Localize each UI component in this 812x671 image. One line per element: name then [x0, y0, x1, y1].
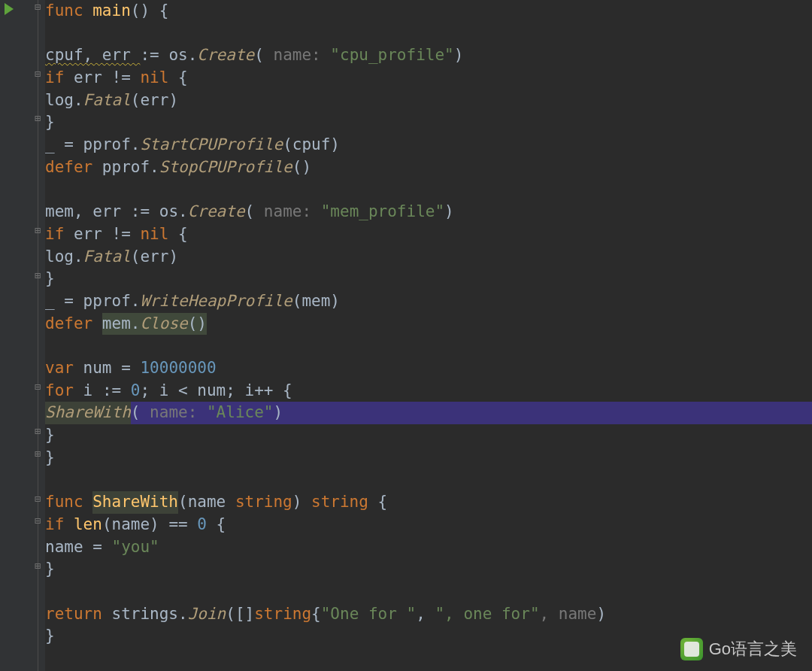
punct: } — [45, 558, 55, 581]
fold-minus-icon[interactable]: ⊟ — [33, 494, 42, 503]
punct: () — [292, 156, 311, 179]
fold-plus-icon[interactable]: ⊞ — [33, 226, 42, 235]
punct: } — [45, 111, 55, 134]
punct: . — [188, 44, 198, 67]
keyword: var — [45, 357, 83, 380]
identifier: pprof — [83, 290, 131, 313]
fold-minus-icon[interactable]: ⊟ — [33, 2, 42, 11]
code-line[interactable] — [45, 469, 812, 491]
punct: { — [368, 491, 387, 514]
code-line[interactable]: } — [45, 424, 812, 447]
code-line[interactable]: func main() { — [45, 0, 812, 23]
identifier: log — [45, 90, 74, 112]
code-line[interactable]: if err != nil { — [45, 67, 812, 90]
keyword: nil — [140, 67, 178, 90]
code-line[interactable]: if err != nil { — [45, 223, 812, 246]
identifier: os — [159, 201, 178, 223]
number-literal: 10000000 — [140, 357, 216, 380]
punct: . — [150, 156, 159, 179]
identifier: err != — [74, 223, 141, 246]
code-line[interactable]: } — [45, 268, 812, 290]
keyword: func — [45, 491, 92, 514]
code-line[interactable]: defer mem.Close() — [45, 313, 812, 336]
code-line[interactable] — [45, 581, 812, 603]
punct: ( — [131, 402, 150, 424]
punct: . — [131, 134, 141, 156]
function-call: Close — [140, 313, 187, 336]
code-line[interactable]: _ = pprof.WriteHeapProfile(mem) — [45, 290, 812, 313]
punct: (mem) — [292, 290, 340, 313]
identifier: cpuf, err — [45, 44, 140, 67]
punct: . — [178, 201, 188, 223]
string-literal: "Alice" — [207, 402, 274, 424]
code-line[interactable] — [45, 335, 812, 357]
code-line[interactable] — [45, 23, 812, 45]
code-line[interactable]: mem, err := os.Create( name: "mem_profil… — [45, 201, 812, 223]
number-literal: 0 — [131, 380, 141, 402]
identifier: mem, err — [45, 201, 131, 223]
code-line[interactable]: defer pprof.StopCPUProfile() — [45, 156, 812, 179]
param-hint: , name — [540, 603, 597, 626]
function-call: Join — [188, 603, 226, 626]
fold-plus-icon[interactable]: ⊞ — [33, 561, 42, 570]
code-line[interactable]: var num = 10000000 — [45, 357, 812, 380]
code-content[interactable]: func main() { cpuf, err := os.Create( na… — [45, 0, 812, 671]
fold-minus-icon[interactable]: ⊟ — [33, 382, 42, 391]
code-line[interactable]: return strings.Join([]string{"One for ",… — [45, 603, 812, 626]
punct: { — [178, 67, 188, 90]
editor-gutter: ⊟ ⊟ ⊞ ⊞ ⊞ ⊟ ⊞ ⊞ ⊟ ⊟ ⊞ — [0, 0, 45, 671]
string-literal: "mem_profile" — [321, 201, 444, 223]
code-line[interactable]: if len(name) == 0 { — [45, 514, 812, 536]
code-line[interactable]: log.Fatal(err) — [45, 246, 812, 269]
keyword: if — [45, 223, 74, 246]
punct: = — [121, 357, 140, 380]
code-line[interactable]: log.Fatal(err) — [45, 90, 812, 112]
code-line[interactable]: } — [45, 447, 812, 469]
punct: ) — [454, 44, 464, 67]
punct: } — [45, 625, 55, 648]
fold-plus-icon[interactable]: ⊞ — [33, 427, 42, 436]
param-hint: name: — [273, 44, 330, 67]
identifier: strings — [112, 603, 179, 626]
param-hint: name: — [264, 201, 321, 223]
punct: } — [45, 268, 55, 290]
punct: . — [178, 603, 188, 626]
punct: ) — [444, 201, 454, 223]
code-line[interactable]: _ = pprof.StartCPUProfile(cpuf) — [45, 134, 812, 156]
punct: { — [207, 514, 226, 536]
punct: } — [45, 447, 55, 469]
punct: . — [74, 246, 83, 269]
code-line[interactable]: } — [45, 111, 812, 134]
punct: . — [131, 313, 141, 336]
fold-plus-icon[interactable]: ⊞ — [33, 449, 42, 458]
punct: ([] — [226, 603, 254, 626]
keyword: return — [45, 603, 112, 626]
code-editor[interactable]: ⊟ ⊟ ⊞ ⊞ ⊞ ⊟ ⊞ ⊞ ⊟ ⊟ ⊞ func main() { cpuf… — [0, 0, 812, 671]
punct: { — [311, 603, 321, 626]
watermark-text: Go语言之美 — [709, 638, 797, 660]
keyword: defer — [45, 313, 102, 336]
punct: ) — [273, 402, 283, 424]
string-literal: "cpu_profile" — [330, 44, 453, 67]
code-line[interactable]: name = "you" — [45, 536, 812, 559]
function-call: Fatal — [83, 246, 131, 269]
wechat-icon — [680, 638, 703, 660]
fold-plus-icon[interactable]: ⊞ — [33, 114, 42, 123]
fold-minus-icon[interactable]: ⊟ — [33, 516, 42, 525]
code-line[interactable]: func ShareWith(name string) string { — [45, 491, 812, 514]
code-line-active[interactable]: ShareWith( name: "Alice") — [45, 402, 812, 424]
code-line[interactable] — [45, 179, 812, 202]
run-gutter-icon[interactable] — [5, 3, 14, 15]
punct: (name — [178, 491, 235, 514]
punct: , — [416, 603, 435, 626]
keyword: nil — [140, 223, 178, 246]
code-line[interactable]: } — [45, 558, 812, 581]
function-name: ShareWith — [92, 491, 178, 514]
fold-plus-icon[interactable]: ⊞ — [33, 271, 42, 280]
fold-minus-icon[interactable]: ⊟ — [33, 69, 42, 78]
code-line[interactable]: for i := 0; i < num; i++ { — [45, 380, 812, 402]
identifier: os — [168, 44, 187, 67]
punct: . — [74, 90, 83, 112]
highlighted-token: mem — [102, 313, 131, 336]
code-line[interactable]: cpuf, err := os.Create( name: "cpu_profi… — [45, 44, 812, 67]
